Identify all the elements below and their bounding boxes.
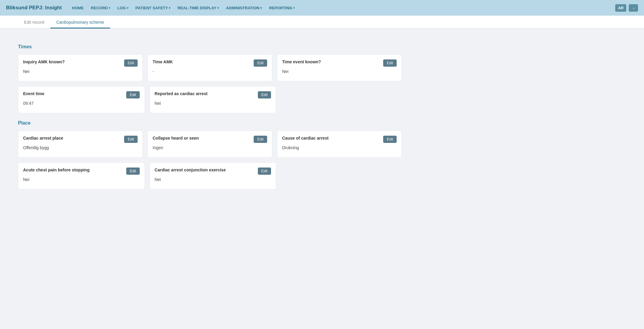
- card-cause-cardiac-arrest-label: Cause of cardiac arrest: [282, 136, 329, 140]
- edit-collapse-heard-seen-button[interactable]: Edit: [254, 136, 267, 143]
- nav-realtime[interactable]: REAL-TIME DISPLAY ▾: [174, 4, 222, 12]
- nav-record-arrow: ▾: [109, 6, 110, 10]
- logout-button[interactable]: →: [629, 4, 638, 12]
- card-acute-chest-pain-value: Nei: [23, 177, 140, 182]
- card-inquiry-amk-header: Inquiry AMK known? Edit: [23, 59, 138, 67]
- edit-reported-cardiac-arrest-button[interactable]: Edit: [258, 91, 271, 98]
- card-cardiac-arrest-place-value: Offentlig bygg: [23, 145, 138, 150]
- nav-ps-arrow: ▾: [169, 6, 170, 10]
- nav-reporting-arrow: ▾: [293, 6, 295, 10]
- card-collapse-heard-seen-value: Ingen: [153, 145, 267, 150]
- card-time-event-known-value: Nei: [282, 69, 397, 74]
- card-cardiac-arrest-exercise-value: Nei: [155, 177, 271, 182]
- language-button[interactable]: AR: [615, 4, 626, 12]
- card-time-amk-value: -: [153, 69, 267, 74]
- card-time-event-known: Time event known? Edit Nei: [277, 54, 402, 81]
- card-time-event-known-label: Time event known?: [282, 59, 321, 64]
- navbar: Bliksund PEPJ: Insight HOME RECORD ▾ LOG…: [0, 0, 644, 16]
- tab-cardiopulmonary[interactable]: Cardiopulmonary scheme: [50, 16, 110, 29]
- card-time-amk: Time AMK Edit -: [148, 54, 272, 81]
- edit-event-time-button[interactable]: Edit: [126, 91, 140, 98]
- place-row-1: Cardiac arrest place Edit Offentlig bygg…: [18, 131, 402, 158]
- nav-rt-arrow: ▾: [217, 6, 219, 10]
- card-acute-chest-pain: Acute chest pain before stopping Edit Ne…: [18, 162, 145, 189]
- edit-inquiry-amk-button[interactable]: Edit: [124, 59, 138, 67]
- card-inquiry-amk: Inquiry AMK known? Edit Nei: [18, 54, 143, 81]
- section-title-times: Times: [18, 44, 402, 50]
- card-inquiry-amk-label: Inquiry AMK known?: [23, 59, 65, 64]
- nav-home[interactable]: HOME: [69, 4, 87, 12]
- section-title-place: Place: [18, 120, 402, 126]
- app-brand: Bliksund PEPJ: Insight: [6, 5, 62, 11]
- edit-cardiac-arrest-exercise-button[interactable]: Edit: [258, 168, 271, 175]
- place-row-2: Acute chest pain before stopping Edit Ne…: [18, 162, 276, 189]
- nav-log-arrow: ▾: [127, 6, 128, 10]
- tab-edit-record[interactable]: Edit record: [18, 16, 50, 29]
- card-cardiac-arrest-place: Cardiac arrest place Edit Offentlig bygg: [18, 131, 143, 158]
- card-acute-chest-pain-header: Acute chest pain before stopping Edit: [23, 168, 140, 175]
- nav-admin-arrow: ▾: [260, 6, 262, 10]
- card-cardiac-arrest-place-label: Cardiac arrest place: [23, 136, 63, 140]
- edit-acute-chest-pain-button[interactable]: Edit: [126, 168, 140, 175]
- card-time-amk-label: Time AMK: [153, 59, 173, 64]
- nav-patient-safety[interactable]: PATIENT SAFETY ▾: [133, 4, 174, 12]
- card-cardiac-arrest-exercise-label: Cardiac arrest conjunction exercise: [155, 168, 226, 172]
- nav-reporting[interactable]: REPORTING ▾: [266, 4, 297, 12]
- tab-bar: Edit record Cardiopulmonary scheme: [0, 16, 644, 29]
- nav-log[interactable]: LOG ▾: [114, 4, 131, 12]
- card-time-amk-header: Time AMK Edit: [153, 59, 267, 67]
- times-row-2: Event time Edit 09:47 Reported as cardia…: [18, 86, 276, 113]
- card-cause-cardiac-arrest: Cause of cardiac arrest Edit Drukning: [277, 131, 402, 158]
- edit-time-amk-button[interactable]: Edit: [254, 59, 267, 67]
- card-reported-cardiac-arrest: Reported as cardiac arrest Edit Nei: [150, 86, 276, 113]
- card-event-time-header: Event time Edit: [23, 91, 140, 98]
- main-content: Times Inquiry AMK known? Edit Nei Time A…: [0, 29, 420, 203]
- card-reported-cardiac-arrest-value: Nei: [155, 101, 271, 106]
- edit-cause-cardiac-arrest-button[interactable]: Edit: [383, 136, 397, 143]
- card-inquiry-amk-value: Nei: [23, 69, 138, 74]
- card-collapse-heard-seen-label: Collapse heard or seen: [153, 136, 199, 140]
- card-cardiac-arrest-exercise: Cardiac arrest conjunction exercise Edit…: [150, 162, 276, 189]
- edit-cardiac-arrest-place-button[interactable]: Edit: [124, 136, 138, 143]
- card-event-time: Event time Edit 09:47: [18, 86, 145, 113]
- edit-time-event-known-button[interactable]: Edit: [383, 59, 397, 67]
- card-reported-cardiac-arrest-header: Reported as cardiac arrest Edit: [155, 91, 271, 98]
- card-cause-cardiac-arrest-value: Drukning: [282, 145, 397, 150]
- nav-admin[interactable]: ADMINISTRATION ▾: [223, 4, 265, 12]
- card-cause-cardiac-arrest-header: Cause of cardiac arrest Edit: [282, 136, 397, 143]
- card-time-event-known-header: Time event known? Edit: [282, 59, 397, 67]
- nav-record[interactable]: RECORD ▾: [88, 4, 113, 12]
- card-event-time-label: Event time: [23, 91, 44, 96]
- times-row-1: Inquiry AMK known? Edit Nei Time AMK Edi…: [18, 54, 402, 81]
- card-cardiac-arrest-place-header: Cardiac arrest place Edit: [23, 136, 138, 143]
- card-reported-cardiac-arrest-label: Reported as cardiac arrest: [155, 91, 208, 96]
- card-collapse-heard-seen: Collapse heard or seen Edit Ingen: [148, 131, 272, 158]
- card-cardiac-arrest-exercise-header: Cardiac arrest conjunction exercise Edit: [155, 168, 271, 175]
- card-collapse-heard-seen-header: Collapse heard or seen Edit: [153, 136, 267, 143]
- card-event-time-value: 09:47: [23, 101, 140, 106]
- card-acute-chest-pain-label: Acute chest pain before stopping: [23, 168, 90, 172]
